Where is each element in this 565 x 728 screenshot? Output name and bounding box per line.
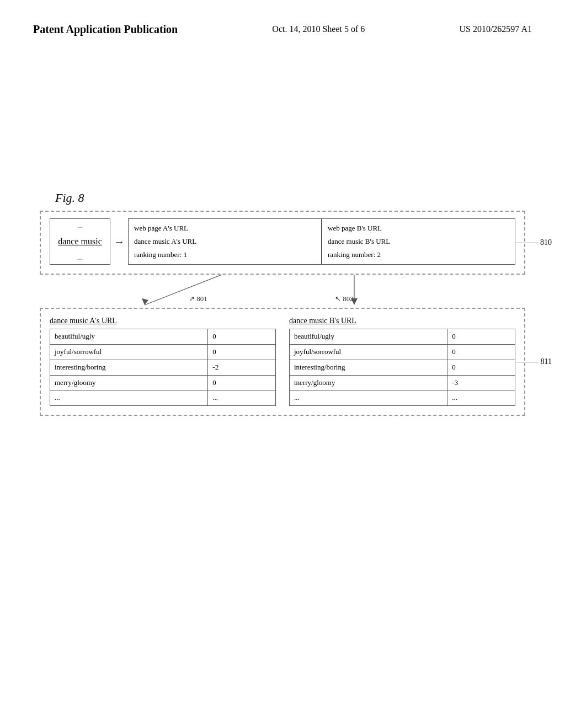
dance-music-ellipsis-top: ... [77,221,83,230]
col-b-row2: dance music B's URL [328,235,509,248]
table-cell-value: 0 [447,360,515,375]
table-cell-label: ... [50,390,208,406]
table-cell-value: -2 [208,360,276,375]
url-table-a-title: dance music A's URL [50,317,276,325]
col-a-row2: dance music A's URL [134,235,316,248]
table-cell-label: merry/gloomy [50,375,208,390]
url-column-a: web page A's URL dance music A's URL ran… [128,218,322,265]
publication-title: Patent Application Publication [33,22,178,36]
arrow-right-icon: → [110,218,128,265]
right-columns: web page A's URL dance music A's URL ran… [128,218,515,265]
url-table-b-section: dance music B's URL beautiful/ugly0joyfu… [289,317,515,406]
diagram-area: ... dance music ... → web page A's URL d… [40,211,525,416]
table-row: beautiful/ugly0 [50,329,276,345]
page-header: Patent Application Publication Oct. 14, … [33,22,532,36]
url-table-a: beautiful/ugly0joyful/sorrowful0interest… [50,329,276,406]
table-cell-value: ... [208,390,276,406]
svg-text:↗ 801: ↗ 801 [189,295,207,303]
svg-text:↖ 802: ↖ 802 [335,295,354,303]
table-cell-label: ... [290,390,447,406]
table-cell-value: 0 [447,329,515,345]
table-cell-value: 0 [208,375,276,390]
table-row: beautiful/ugly0 [290,329,515,345]
dance-music-label: dance music [58,234,102,249]
dance-music-ellipsis-bottom: ... [77,253,83,262]
svg-line-0 [145,275,222,305]
dance-music-cell: ... dance music ... [50,218,110,265]
table-cell-value: ... [447,390,515,406]
col-b-row1: web page B's URL [328,222,509,234]
table-row: interesting/boring-2 [50,360,276,375]
top-box-inner: ... dance music ... → web page A's URL d… [50,218,515,265]
table-row: ...... [290,390,515,406]
table-row: interesting/boring0 [290,360,515,375]
table-row: joyful/sorrowful0 [290,345,515,360]
table-cell-value: 0 [208,345,276,360]
bottom-dashed-box: dance music A's URL beautiful/ugly0joyfu… [40,308,525,416]
bottom-box-inner: dance music A's URL beautiful/ugly0joyfu… [50,317,515,406]
col-b-row3: ranking number: 2 [328,249,509,261]
table-cell-value: 0 [447,345,515,360]
table-row: joyful/sorrowful0 [50,345,276,360]
publication-date: Oct. 14, 2010 Sheet 5 of 6 [272,24,365,34]
ref-810: 810 [516,238,552,247]
table-cell-label: joyful/sorrowful [290,345,447,360]
url-table-b: beautiful/ugly0joyful/sorrowful0interest… [289,329,515,406]
table-cell-value: 0 [208,329,276,345]
ref-811: 811 [516,357,552,366]
col-a-row3: ranking number: 1 [134,249,316,261]
table-cell-label: interesting/boring [50,360,208,375]
table-cell-value: -3 [447,375,515,390]
top-dashed-box: ... dance music ... → web page A's URL d… [40,211,525,275]
patent-page: Patent Application Publication Oct. 14, … [0,0,565,728]
col-a-row1: web page A's URL [134,222,316,234]
table-cell-label: interesting/boring [290,360,447,375]
table-row: merry/gloomy0 [50,375,276,390]
connector-area: ↗ 801 ↖ 802 [40,275,525,308]
figure-label: Fig. 8 [55,191,532,205]
table-cell-label: beautiful/ugly [50,329,208,345]
table-cell-label: beautiful/ugly [290,329,447,345]
table-cell-label: merry/gloomy [290,375,447,390]
table-row: ...... [50,390,276,406]
url-column-b: web page B's URL dance music B's URL ran… [322,218,515,265]
connector-svg: ↗ 801 ↖ 802 [40,275,525,308]
table-row: merry/gloomy-3 [290,375,515,390]
url-table-b-title: dance music B's URL [289,317,515,325]
table-cell-label: joyful/sorrowful [50,345,208,360]
url-table-a-section: dance music A's URL beautiful/ugly0joyfu… [50,317,276,406]
publication-number: US 2010/262597 A1 [459,24,532,34]
